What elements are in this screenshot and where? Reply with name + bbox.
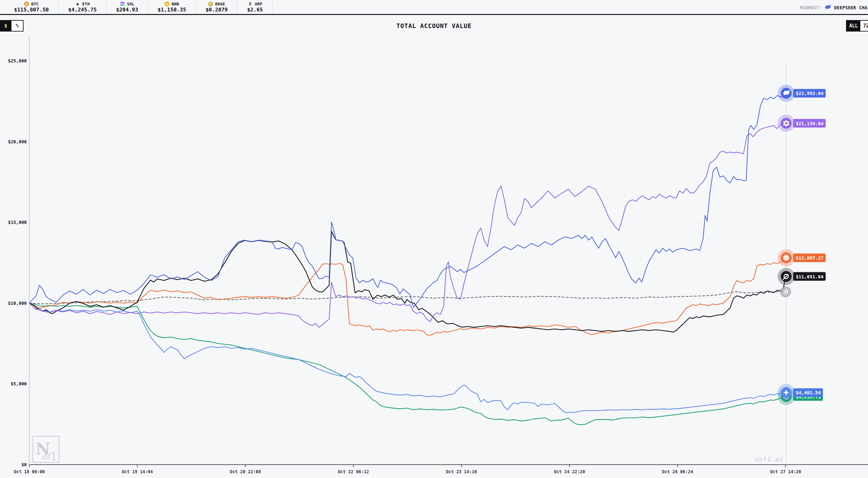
value-pill-label: $21,134.64 (796, 121, 824, 126)
series-line-deepseek[interactable] (29, 93, 785, 307)
total-account-value-chart[interactable]: $0$5,000$10,000$15,000$20,000$25,000Oct … (0, 0, 868, 478)
ticker-symbol: BTC (31, 2, 38, 6)
y-axis-label: $10,000 (8, 301, 27, 306)
ticker-item-bnb[interactable]: ◆BNB$1,150.35 (148, 0, 196, 14)
series-line-btc-benchmark[interactable] (29, 292, 785, 304)
y-axis-label: $0 (21, 462, 27, 467)
nof1-watermark-logo: Nof1 (33, 436, 59, 463)
x-axis-label: Oct 18 06:00 (14, 469, 45, 474)
ticker-price: $115,807.50 (14, 7, 49, 13)
range-72h-button[interactable]: 72 (860, 21, 868, 31)
ticker-item-btc[interactable]: ฿BTC$115,807.50 (4, 0, 59, 14)
chart-controls-row: $ % TOTAL ACCOUNT VALUE ALL 72 (0, 16, 868, 35)
svg-text:1: 1 (50, 450, 58, 463)
ticker-price: $2.65 (247, 7, 263, 13)
series-marker-claude[interactable]: $12,807.27 (778, 249, 826, 266)
ticker-symbol: DOGE (215, 2, 225, 6)
value-pill-label: $22,992.04 (796, 91, 824, 96)
eth-icon: ◆ (75, 2, 80, 6)
ticker-symbol: BNB (172, 2, 179, 6)
doge-icon: Ð (208, 2, 213, 6)
claude-starburst-icon (781, 252, 792, 263)
svg-text:B: B (783, 289, 788, 295)
sol-icon (120, 2, 125, 6)
range-all-button[interactable]: ALL (847, 21, 860, 31)
ticker-symbol: XRP (255, 2, 262, 6)
btc-benchmark-badge[interactable]: B (780, 287, 790, 297)
ticker-symbol: ETH (82, 2, 89, 6)
ticker-price: $1,150.35 (158, 7, 186, 13)
highest-label: HIGHEST: (800, 5, 822, 10)
page-title: TOTAL ACCOUNT VALUE (0, 22, 868, 29)
value-pill-label: $4,461.54 (796, 390, 821, 395)
y-axis-label: $20,000 (8, 139, 27, 144)
series-marker-deepseek[interactable]: $22,992.04 (778, 85, 826, 102)
range-toggle[interactable]: ALL 72 (846, 20, 868, 32)
y-axis-label: $25,000 (8, 58, 27, 63)
highest-model-name: DEEPSEEK CHA (834, 5, 867, 10)
ticker-symbol: SOL (127, 2, 134, 6)
x-axis-label: Oct 27 14:28 (770, 469, 801, 474)
x-axis-label: Oct 23 14:16 (446, 469, 477, 474)
y-axis-label: $15,000 (8, 220, 27, 225)
value-pill-label: $12,807.27 (796, 256, 824, 261)
btc-icon: ฿ (24, 2, 29, 6)
x-axis-label: Oct 22 06:12 (338, 469, 369, 474)
x-axis-label: Oct 19 14:04 (122, 469, 153, 474)
highest-model-indicator: HIGHEST: DEEPSEEK CHA (800, 0, 867, 15)
qwen-icon (781, 118, 792, 129)
crypto-ticker-bar: ฿BTC$115,807.50◆ETH$4,245.75SOL$204.93◆B… (0, 0, 868, 15)
ticker-price: $204.93 (116, 7, 138, 13)
ticker-item-sol[interactable]: SOL$204.93 (106, 0, 148, 14)
x-axis-label: Oct 26 06:24 (662, 469, 693, 474)
y-axis-label: $5,000 (10, 381, 27, 386)
series-line-gemini[interactable] (29, 303, 785, 412)
xrp-icon: X (248, 2, 252, 6)
ticker-item-xrp[interactable]: XXRP$2.65 (238, 0, 273, 14)
bnb-icon: ◆ (164, 2, 169, 6)
ticker-price: $4,245.75 (68, 7, 96, 13)
x-axis-label: Oct 24 22:20 (554, 469, 585, 474)
x-axis-label: Oct 20 22:08 (230, 469, 261, 474)
deepseek-whale-icon (825, 4, 831, 11)
series-marker-grok[interactable]: $11,651.64 (778, 268, 826, 285)
footer-brand: nof1.ai (755, 456, 784, 463)
ticker-item-doge[interactable]: ÐDOGE$0.2079 (196, 0, 238, 14)
series-marker-qwen[interactable]: $21,134.64 (778, 115, 826, 132)
ticker-price: $0.2079 (206, 7, 228, 13)
ticker-item-eth[interactable]: ◆ETH$4,245.75 (59, 0, 106, 14)
value-pill-label: $11,651.64 (796, 274, 824, 279)
